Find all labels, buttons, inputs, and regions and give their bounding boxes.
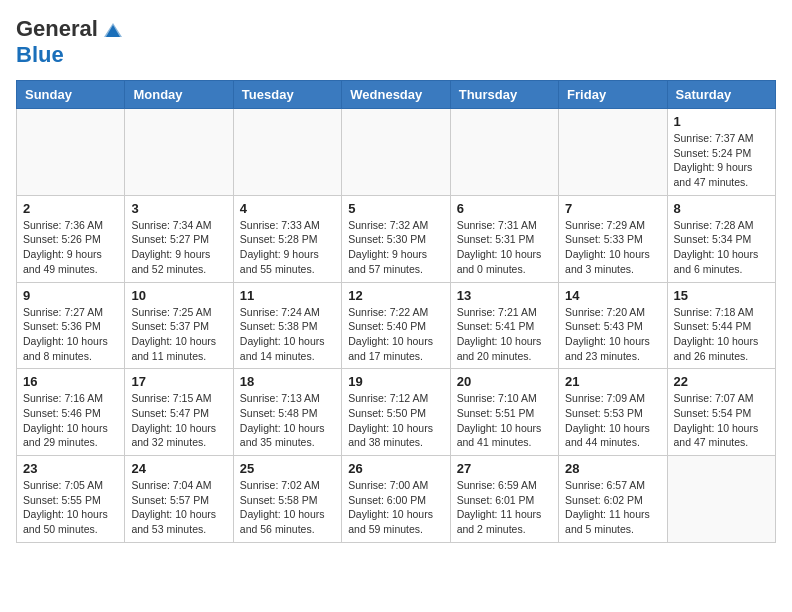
day-number: 1 [674, 114, 769, 129]
day-info: Sunrise: 6:59 AM Sunset: 6:01 PM Dayligh… [457, 478, 552, 537]
day-number: 6 [457, 201, 552, 216]
calendar-cell: 11Sunrise: 7:24 AM Sunset: 5:38 PM Dayli… [233, 282, 341, 369]
calendar-cell: 27Sunrise: 6:59 AM Sunset: 6:01 PM Dayli… [450, 456, 558, 543]
calendar-cell: 17Sunrise: 7:15 AM Sunset: 5:47 PM Dayli… [125, 369, 233, 456]
day-number: 22 [674, 374, 769, 389]
calendar-cell: 16Sunrise: 7:16 AM Sunset: 5:46 PM Dayli… [17, 369, 125, 456]
calendar-cell: 6Sunrise: 7:31 AM Sunset: 5:31 PM Daylig… [450, 195, 558, 282]
calendar-cell [450, 109, 558, 196]
day-info: Sunrise: 7:13 AM Sunset: 5:48 PM Dayligh… [240, 391, 335, 450]
logo-general: General [16, 16, 98, 41]
calendar-cell: 7Sunrise: 7:29 AM Sunset: 5:33 PM Daylig… [559, 195, 667, 282]
day-info: Sunrise: 7:09 AM Sunset: 5:53 PM Dayligh… [565, 391, 660, 450]
calendar-cell: 8Sunrise: 7:28 AM Sunset: 5:34 PM Daylig… [667, 195, 775, 282]
day-info: Sunrise: 7:10 AM Sunset: 5:51 PM Dayligh… [457, 391, 552, 450]
calendar-cell: 5Sunrise: 7:32 AM Sunset: 5:30 PM Daylig… [342, 195, 450, 282]
day-info: Sunrise: 7:33 AM Sunset: 5:28 PM Dayligh… [240, 218, 335, 277]
calendar-cell: 4Sunrise: 7:33 AM Sunset: 5:28 PM Daylig… [233, 195, 341, 282]
logo-icon [104, 23, 122, 41]
page-header: General Blue [16, 16, 776, 68]
calendar-cell: 2Sunrise: 7:36 AM Sunset: 5:26 PM Daylig… [17, 195, 125, 282]
calendar-cell: 22Sunrise: 7:07 AM Sunset: 5:54 PM Dayli… [667, 369, 775, 456]
day-number: 7 [565, 201, 660, 216]
calendar-cell [559, 109, 667, 196]
day-number: 25 [240, 461, 335, 476]
day-info: Sunrise: 7:24 AM Sunset: 5:38 PM Dayligh… [240, 305, 335, 364]
day-number: 10 [131, 288, 226, 303]
calendar-cell: 3Sunrise: 7:34 AM Sunset: 5:27 PM Daylig… [125, 195, 233, 282]
weekday-header-sunday: Sunday [17, 81, 125, 109]
day-number: 12 [348, 288, 443, 303]
calendar-cell [17, 109, 125, 196]
calendar-cell: 15Sunrise: 7:18 AM Sunset: 5:44 PM Dayli… [667, 282, 775, 369]
day-number: 21 [565, 374, 660, 389]
calendar-cell: 9Sunrise: 7:27 AM Sunset: 5:36 PM Daylig… [17, 282, 125, 369]
logo-blue: Blue [16, 42, 64, 67]
weekday-header-wednesday: Wednesday [342, 81, 450, 109]
calendar-week-row: 1Sunrise: 7:37 AM Sunset: 5:24 PM Daylig… [17, 109, 776, 196]
day-info: Sunrise: 7:20 AM Sunset: 5:43 PM Dayligh… [565, 305, 660, 364]
calendar-cell: 19Sunrise: 7:12 AM Sunset: 5:50 PM Dayli… [342, 369, 450, 456]
day-info: Sunrise: 7:29 AM Sunset: 5:33 PM Dayligh… [565, 218, 660, 277]
day-number: 16 [23, 374, 118, 389]
calendar-cell [667, 456, 775, 543]
calendar-cell: 13Sunrise: 7:21 AM Sunset: 5:41 PM Dayli… [450, 282, 558, 369]
calendar-week-row: 9Sunrise: 7:27 AM Sunset: 5:36 PM Daylig… [17, 282, 776, 369]
day-number: 17 [131, 374, 226, 389]
day-number: 14 [565, 288, 660, 303]
day-info: Sunrise: 7:07 AM Sunset: 5:54 PM Dayligh… [674, 391, 769, 450]
day-number: 28 [565, 461, 660, 476]
day-number: 11 [240, 288, 335, 303]
calendar-cell: 20Sunrise: 7:10 AM Sunset: 5:51 PM Dayli… [450, 369, 558, 456]
weekday-header-row: SundayMondayTuesdayWednesdayThursdayFrid… [17, 81, 776, 109]
calendar-cell: 26Sunrise: 7:00 AM Sunset: 6:00 PM Dayli… [342, 456, 450, 543]
day-number: 23 [23, 461, 118, 476]
calendar-cell: 14Sunrise: 7:20 AM Sunset: 5:43 PM Dayli… [559, 282, 667, 369]
day-info: Sunrise: 7:21 AM Sunset: 5:41 PM Dayligh… [457, 305, 552, 364]
calendar-cell: 18Sunrise: 7:13 AM Sunset: 5:48 PM Dayli… [233, 369, 341, 456]
calendar-cell [125, 109, 233, 196]
day-info: Sunrise: 7:12 AM Sunset: 5:50 PM Dayligh… [348, 391, 443, 450]
logo: General Blue [16, 16, 122, 68]
weekday-header-thursday: Thursday [450, 81, 558, 109]
day-info: Sunrise: 7:31 AM Sunset: 5:31 PM Dayligh… [457, 218, 552, 277]
day-number: 20 [457, 374, 552, 389]
calendar-cell [233, 109, 341, 196]
day-number: 26 [348, 461, 443, 476]
day-number: 18 [240, 374, 335, 389]
day-info: Sunrise: 7:00 AM Sunset: 6:00 PM Dayligh… [348, 478, 443, 537]
calendar-week-row: 23Sunrise: 7:05 AM Sunset: 5:55 PM Dayli… [17, 456, 776, 543]
day-number: 5 [348, 201, 443, 216]
day-info: Sunrise: 7:16 AM Sunset: 5:46 PM Dayligh… [23, 391, 118, 450]
calendar-week-row: 2Sunrise: 7:36 AM Sunset: 5:26 PM Daylig… [17, 195, 776, 282]
day-info: Sunrise: 7:05 AM Sunset: 5:55 PM Dayligh… [23, 478, 118, 537]
calendar-table: SundayMondayTuesdayWednesdayThursdayFrid… [16, 80, 776, 543]
day-info: Sunrise: 7:02 AM Sunset: 5:58 PM Dayligh… [240, 478, 335, 537]
day-info: Sunrise: 7:27 AM Sunset: 5:36 PM Dayligh… [23, 305, 118, 364]
day-number: 27 [457, 461, 552, 476]
day-info: Sunrise: 7:34 AM Sunset: 5:27 PM Dayligh… [131, 218, 226, 277]
weekday-header-monday: Monday [125, 81, 233, 109]
weekday-header-tuesday: Tuesday [233, 81, 341, 109]
calendar-cell: 23Sunrise: 7:05 AM Sunset: 5:55 PM Dayli… [17, 456, 125, 543]
day-number: 15 [674, 288, 769, 303]
day-number: 9 [23, 288, 118, 303]
day-number: 19 [348, 374, 443, 389]
day-info: Sunrise: 7:18 AM Sunset: 5:44 PM Dayligh… [674, 305, 769, 364]
day-info: Sunrise: 6:57 AM Sunset: 6:02 PM Dayligh… [565, 478, 660, 537]
day-info: Sunrise: 7:37 AM Sunset: 5:24 PM Dayligh… [674, 131, 769, 190]
day-info: Sunrise: 7:22 AM Sunset: 5:40 PM Dayligh… [348, 305, 443, 364]
calendar-cell: 1Sunrise: 7:37 AM Sunset: 5:24 PM Daylig… [667, 109, 775, 196]
day-number: 2 [23, 201, 118, 216]
day-number: 13 [457, 288, 552, 303]
day-number: 3 [131, 201, 226, 216]
calendar-cell: 21Sunrise: 7:09 AM Sunset: 5:53 PM Dayli… [559, 369, 667, 456]
calendar-cell [342, 109, 450, 196]
calendar-cell: 28Sunrise: 6:57 AM Sunset: 6:02 PM Dayli… [559, 456, 667, 543]
calendar-cell: 12Sunrise: 7:22 AM Sunset: 5:40 PM Dayli… [342, 282, 450, 369]
day-number: 24 [131, 461, 226, 476]
weekday-header-friday: Friday [559, 81, 667, 109]
day-info: Sunrise: 7:25 AM Sunset: 5:37 PM Dayligh… [131, 305, 226, 364]
day-info: Sunrise: 7:32 AM Sunset: 5:30 PM Dayligh… [348, 218, 443, 277]
day-number: 8 [674, 201, 769, 216]
